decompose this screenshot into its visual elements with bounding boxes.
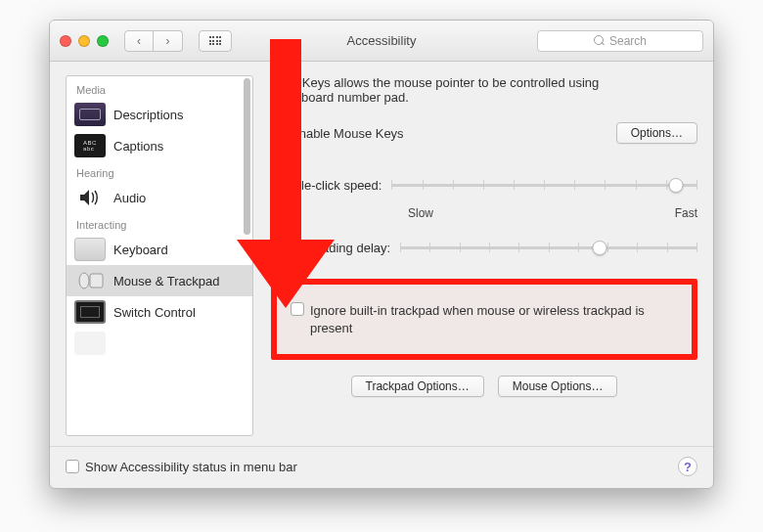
show-all-button[interactable]	[199, 30, 232, 52]
enable-mouse-keys-checkbox[interactable]	[271, 126, 285, 140]
zoom-icon[interactable]	[97, 35, 109, 47]
sidebar: Media Descriptions ABCabc Captions Heari…	[66, 75, 253, 436]
sidebar-item-label: Keyboard	[113, 243, 168, 257]
window-footer: Show Accessibility status in menu bar ?	[50, 446, 713, 488]
content-area: Media Descriptions ABCabc Captions Heari…	[50, 62, 713, 436]
sidebar-group-media: Media	[67, 78, 252, 99]
mouse-icon	[74, 269, 106, 292]
double-click-slider[interactable]	[391, 173, 697, 197]
trackpad-options-button[interactable]: Trackpad Options…	[351, 376, 484, 397]
show-status-label: Show Accessibility status in menu bar	[85, 460, 297, 474]
options-button[interactable]: Options…	[616, 122, 697, 144]
detail-pane: ouse Keys allows the mouse pointer to be…	[253, 75, 697, 436]
slider-fast-label: Fast	[675, 206, 697, 220]
accessibility-prefs-window: ‹ › Accessibility Search Media Descri	[49, 20, 714, 489]
spring-loading-slider[interactable]	[400, 236, 697, 259]
double-click-label: Double-click speed:	[271, 178, 382, 193]
sidebar-item-captions[interactable]: ABCabc Captions	[67, 130, 252, 161]
window-controls	[60, 35, 109, 47]
sidebar-item-overflow[interactable]	[67, 328, 252, 359]
sidebar-item-label: Switch Control	[113, 305, 196, 320]
sidebar-item-label: Captions	[113, 139, 163, 154]
highlight-annotation: Ignore built-in trackpad when mouse or w…	[271, 279, 697, 360]
sidebar-item-audio[interactable]: Audio	[67, 182, 252, 213]
spring-loading-label: Spring-loading delay:	[271, 241, 390, 255]
sidebar-item-label: Mouse & Trackpad	[113, 274, 219, 288]
slider-slow-label: Slow	[408, 206, 433, 220]
nav-segment: ‹ ›	[124, 30, 183, 52]
show-status-checkbox[interactable]	[66, 460, 79, 473]
enable-mouse-keys-label: Enable Mouse Keys	[291, 126, 404, 141]
forward-button[interactable]: ›	[154, 30, 183, 52]
search-icon	[594, 35, 605, 46]
grid-icon	[209, 36, 222, 45]
search-placeholder: Search	[609, 34, 647, 48]
mouse-keys-description: ouse Keys allows the mouse pointer to be…	[271, 75, 697, 105]
search-field[interactable]: Search	[537, 30, 703, 52]
ignore-trackpad-checkbox[interactable]	[291, 302, 304, 316]
scrollbar[interactable]	[244, 78, 250, 235]
svg-rect-1	[90, 274, 103, 288]
mouse-options-button[interactable]: Mouse Options…	[498, 376, 618, 397]
sidebar-item-keyboard[interactable]: Keyboard	[67, 234, 252, 265]
descriptions-icon	[74, 103, 106, 126]
sidebar-item-descriptions[interactable]: Descriptions	[67, 99, 252, 130]
ignore-trackpad-label: Ignore built-in trackpad when mouse or w…	[310, 302, 678, 336]
chevron-left-icon: ‹	[137, 34, 141, 48]
sidebar-group-interacting: Interacting	[67, 213, 252, 234]
chevron-right-icon: ›	[166, 34, 170, 48]
minimize-icon[interactable]	[78, 35, 90, 47]
speaker-icon	[74, 186, 106, 209]
generic-icon	[74, 332, 106, 355]
help-button[interactable]: ?	[678, 457, 697, 476]
switch-icon	[74, 300, 106, 324]
sidebar-group-hearing: Hearing	[67, 161, 252, 182]
close-icon[interactable]	[60, 35, 71, 47]
sidebar-item-label: Audio	[113, 191, 146, 205]
sidebar-item-switch-control[interactable]: Switch Control	[67, 296, 252, 328]
svg-point-0	[79, 273, 89, 288]
back-button[interactable]: ‹	[124, 30, 154, 52]
sidebar-item-mouse-trackpad[interactable]: Mouse & Trackpad	[67, 265, 252, 296]
captions-icon: ABCabc	[74, 134, 106, 157]
titlebar: ‹ › Accessibility Search	[50, 21, 713, 62]
sidebar-item-label: Descriptions	[113, 108, 184, 122]
keyboard-icon	[74, 238, 106, 261]
